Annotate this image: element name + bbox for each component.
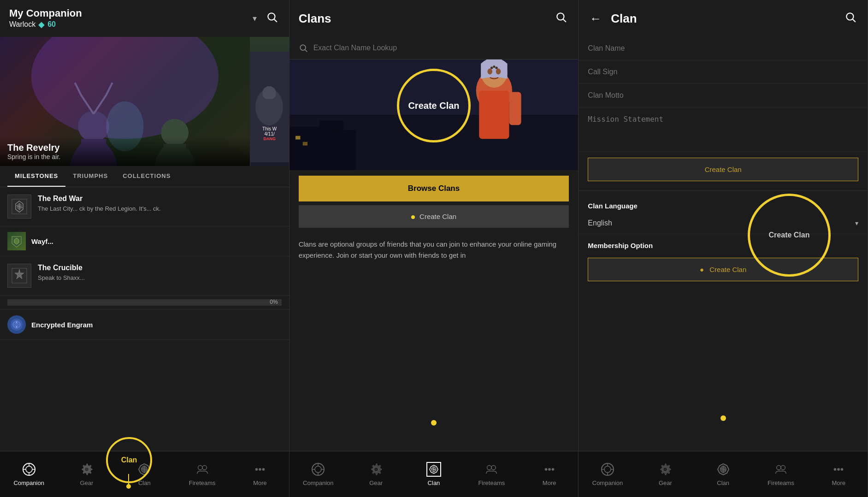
call-sign-field[interactable] — [579, 60, 868, 84]
hero-event-overlay: The Revelry Spring is in the air. — [0, 137, 250, 166]
create-clan-button-main[interactable]: Create Clan — [588, 158, 858, 181]
svg-rect-38 — [337, 130, 355, 170]
tab-collections[interactable]: COLLECTIONS — [115, 166, 178, 187]
red-war-desc: The Last City... ck by the Red Legion. I… — [38, 205, 282, 213]
dropdown-arrow: ▾ — [855, 219, 858, 227]
companion-bottom-nav: Companion Gear Clan — [0, 451, 289, 497]
nav-fireteams-1[interactable]: Fireteams — [173, 451, 231, 497]
svg-point-56 — [491, 466, 496, 470]
red-war-icon — [7, 195, 31, 219]
clan-search-input[interactable] — [313, 44, 569, 52]
clan-name-input[interactable] — [588, 44, 858, 53]
nav-more-1[interactable]: More — [231, 451, 289, 497]
waypoint-reward[interactable]: Wayf... — [0, 226, 289, 256]
progress-bar-wrapper: 0% — [0, 296, 289, 310]
svg-point-21 — [26, 466, 32, 473]
nav-gear-1[interactable]: Gear — [58, 451, 115, 497]
nav-companion-1[interactable]: Companion — [0, 451, 58, 497]
svg-point-68 — [781, 466, 785, 470]
nav-more-2[interactable]: More — [520, 451, 578, 497]
red-war-name: The Red War — [38, 195, 282, 203]
engram-reward[interactable]: Encrypted Engram — [0, 310, 289, 340]
nav-gear-2[interactable]: Gear — [347, 451, 405, 497]
clan-description: Clans are optional groups of friends tha… — [289, 231, 579, 268]
create-clan-dot — [411, 215, 415, 219]
svg-point-29 — [262, 468, 265, 471]
crucible-icon — [7, 264, 31, 288]
svg-point-47 — [495, 67, 497, 69]
clan-search-button[interactable] — [843, 9, 858, 28]
nav-fireteams-2[interactable]: Fireteams — [463, 451, 520, 497]
hero-main-image: The Revelry Spring is in the air. — [0, 37, 250, 166]
nav-fireteams-label-1: Fireteams — [189, 479, 216, 486]
clans-bottom-nav: Companion Gear Clan — [289, 451, 579, 497]
svg-point-67 — [777, 466, 781, 470]
crucible-desc: Speak to Shaxx... — [38, 274, 282, 282]
search-button[interactable] — [264, 9, 280, 28]
clans-search-button[interactable] — [553, 9, 569, 28]
nav-clan-3[interactable]: Clan — [694, 451, 752, 497]
browse-clans-button[interactable]: Browse Clans — [299, 176, 569, 201]
nav-companion-label-2: Companion — [303, 479, 334, 486]
dropdown-icon[interactable]: ▾ — [253, 13, 257, 24]
svg-line-1 — [274, 19, 277, 22]
gear-nav-icon-1 — [79, 462, 94, 477]
side-label: DANG — [262, 136, 277, 141]
companion-nav-icon-2 — [311, 462, 325, 477]
tab-triumphs[interactable]: TRIUMPHS — [65, 166, 115, 187]
call-sign-input[interactable] — [588, 68, 858, 76]
svg-rect-39 — [295, 136, 300, 140]
companion-nav-icon-3 — [600, 462, 615, 477]
clan-motto-input[interactable] — [588, 91, 858, 100]
clan-form-content: Create Clan Clan Language English ▾ Memb… — [579, 37, 868, 451]
create-clan-final-button[interactable]: ● Create Clan — [588, 258, 858, 281]
nav-clan-label-3: Clan — [717, 479, 729, 486]
clan-form-title: Clan — [611, 12, 637, 26]
svg-point-26 — [202, 466, 207, 470]
power-icon: ◆ — [38, 19, 45, 30]
nav-clan-label-1: Clan — [138, 479, 151, 486]
tab-milestones[interactable]: MILESTONES — [7, 166, 65, 187]
warlock-class: Warlock — [9, 20, 35, 29]
svg-point-25 — [198, 466, 202, 470]
nav-gear-3[interactable]: Gear — [637, 451, 694, 497]
fireteams-nav-icon-3 — [774, 462, 788, 477]
language-select[interactable]: English ▾ — [579, 213, 868, 234]
svg-point-30 — [557, 13, 564, 20]
progress-label: 0% — [270, 299, 278, 305]
nav-companion-2[interactable]: Companion — [289, 451, 347, 497]
annotation-dot-create-clan — [431, 420, 437, 426]
back-button[interactable]: ← — [588, 10, 603, 28]
create-clan-main-label: Create Clan — [705, 166, 742, 173]
event-subtitle: Spring is in the air. — [7, 153, 242, 160]
svg-point-32 — [300, 45, 306, 50]
nav-clan-1[interactable]: Clan — [116, 451, 173, 497]
companion-nav-icon — [22, 462, 36, 477]
annotation-create-clan-text: Create Clan — [408, 101, 459, 111]
nav-clan-2[interactable]: Clan — [405, 451, 462, 497]
clan-motto-field[interactable] — [579, 84, 868, 107]
annotation-create-clan-circle: Create Clan — [397, 69, 471, 142]
clan-name-field[interactable] — [579, 37, 868, 60]
create-clan-button-secondary[interactable]: Create Clan — [299, 205, 569, 228]
create-clan-final-label: Create Clan — [709, 266, 746, 273]
mission-statement-input[interactable] — [588, 115, 858, 142]
nav-more-3[interactable]: More — [810, 451, 868, 497]
milestone-crucible[interactable]: The Crucible Speak to Shaxx... — [0, 256, 289, 296]
mission-statement-field[interactable] — [579, 107, 868, 152]
hero-side-panel: This W 4/11/ DANG — [250, 37, 289, 166]
nav-companion-3[interactable]: Companion — [579, 451, 636, 497]
nav-gear-label-2: Gear — [369, 479, 383, 486]
companion-subtitle: Warlock ◆ 60 — [9, 19, 82, 30]
create-clan-bottom-nav: Companion Gear Clan — [579, 451, 868, 497]
crucible-text: The Crucible Speak to Shaxx... — [38, 264, 282, 282]
svg-point-12 — [262, 86, 276, 100]
engram-label: Encrypted Engram — [31, 321, 93, 329]
svg-point-43 — [487, 68, 492, 74]
svg-rect-48 — [479, 91, 509, 139]
clans-panel: Clans — [289, 0, 579, 497]
svg-point-52 — [374, 467, 378, 471]
nav-fireteams-3[interactable]: Fireteams — [752, 451, 809, 497]
clan-nav-icon-1 — [137, 462, 152, 477]
milestone-red-war[interactable]: The Red War The Last City... ck by the R… — [0, 187, 289, 226]
